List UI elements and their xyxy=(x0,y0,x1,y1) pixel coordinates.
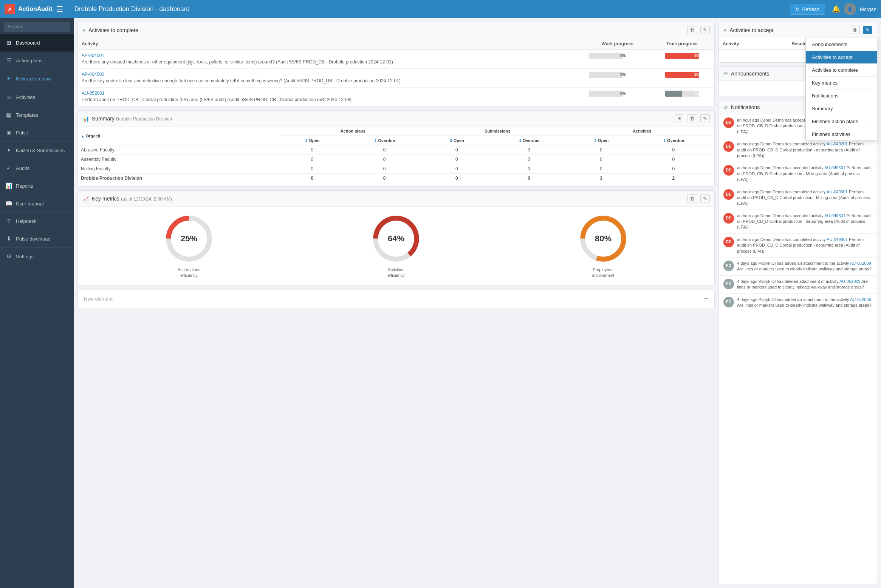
list-item: PO 4 days ago Patryk Ol has added an att… xyxy=(719,258,877,276)
summary-delete-btn[interactable]: 🗑 xyxy=(687,114,697,122)
act-overdue-val: 2 xyxy=(633,174,714,183)
sidebar-item-label: Templates xyxy=(16,112,38,118)
bell-icon[interactable]: 🔔 xyxy=(832,5,840,13)
activity-code-link[interactable]: AP-004501 xyxy=(82,53,581,58)
sidebar-item-new-action-plan[interactable]: + New action plan xyxy=(0,69,74,88)
topbar: A ActionAudit ☰ Drobble Production Divis… xyxy=(0,0,881,18)
work-progress-label: 0% xyxy=(606,91,640,96)
avatar: 👤 xyxy=(844,3,856,15)
notif-link-AU-052009[interactable]: AU-052009 xyxy=(839,279,861,284)
notif-link-AU-052009[interactable]: AU-052009 xyxy=(850,261,871,265)
hamburger-icon[interactable]: ☰ xyxy=(56,5,63,14)
activities-group-header: Activities xyxy=(570,127,715,136)
new-element-card[interactable]: New element + xyxy=(77,290,715,308)
sidebar-item-label: Helpdesk xyxy=(16,218,36,224)
sidebar-item-audits[interactable]: ✓ Audits xyxy=(0,159,74,177)
dropdown-item-activities-to-accept[interactable]: Activities to accept xyxy=(806,51,877,64)
summary-card: 📊 Summary Drobble Production Division ⊞ … xyxy=(77,110,715,187)
notif-avatar: PO xyxy=(723,297,734,307)
time-progress-bar: 50% xyxy=(665,91,699,97)
refresh-button[interactable]: ↻ Refresh xyxy=(790,4,825,15)
sidebar-item-settings[interactable]: ⚙ Settings xyxy=(0,248,74,265)
notif-avatar: DD xyxy=(723,189,734,200)
orgcell-name: Abrasive Faculty xyxy=(78,145,281,155)
activity-code-link[interactable]: AU-052001 xyxy=(82,91,581,96)
chart-action-plans-efficiency: 25% Action plansefficiency xyxy=(164,214,214,278)
dropdown-item-summary[interactable]: Summary xyxy=(806,102,877,115)
table-row: Abrasive Faculty 0 0 0 0 0 0 xyxy=(78,145,714,155)
donut-label-employees-involvement: Employeesinvolvement xyxy=(592,267,615,278)
notif-text: an hour ago Demo Demo has accepted activ… xyxy=(737,165,872,182)
ap-overdue-header: ⇕ Overdue xyxy=(344,136,425,145)
notif-link-AU-049201[interactable]: AU-049201 xyxy=(827,142,848,146)
activity-code-link[interactable]: AP-004502 xyxy=(82,72,581,77)
charts-row: 25% Action plansefficiency 64% Activitie… xyxy=(78,207,714,286)
activities-accept-delete-btn[interactable]: 🗑 xyxy=(850,26,860,34)
notif-avatar: PO xyxy=(723,279,734,289)
activity-desc: Are the key controls clear and definitiv… xyxy=(82,78,401,83)
pulse-icon: ◉ xyxy=(5,129,12,136)
activities-complete-edit-btn[interactable]: ✎ xyxy=(700,26,710,34)
notif-link-AU-049301[interactable]: AU-049301 xyxy=(824,165,845,170)
summary-icon: 📊 xyxy=(82,116,89,122)
sidebar-item-label: User manual xyxy=(16,201,44,207)
ap-open-val: 0 xyxy=(281,174,344,183)
action-plans-group-header: Action plans xyxy=(281,127,425,136)
work-progress-bar: 0% xyxy=(589,53,623,59)
activities-complete-body: Activity Work progress Time progress AP-… xyxy=(78,38,714,106)
activity-cell: AU-052001 Perform audit on PROD_CB - Cor… xyxy=(78,87,585,106)
dropdown-item-key-metrics[interactable]: Key metrics xyxy=(806,77,877,90)
act-overdue-val: 0 xyxy=(633,164,714,174)
time-progress-label: 50% xyxy=(682,91,716,96)
sidebar-item-kaizen[interactable]: ✦ Kaizen & Submissions xyxy=(0,142,74,159)
ap-overdue-val: 0 xyxy=(344,174,425,183)
sidebar-item-action-plans[interactable]: ☰ Action plans xyxy=(0,52,74,69)
notif-avatar: DD xyxy=(723,141,734,152)
main-content: ≡ Activities to complete 🗑 ✎ Activity Wo… xyxy=(74,18,718,588)
summary-edit-btn[interactable]: ✎ xyxy=(700,114,710,122)
act-overdue-header: ⇕ Overdue xyxy=(633,136,714,145)
sidebar-item-pulse-download[interactable]: ⬇ Pulse download xyxy=(0,230,74,248)
sidebar-item-dashboard[interactable]: ⊞ Dashboard xyxy=(0,34,74,52)
activity-cell: AP-004501 Are there any unused machines … xyxy=(78,50,585,69)
notif-text: 4 days ago Patryk Ol has added an attach… xyxy=(737,297,872,309)
notif-link-AU-049801[interactable]: AU-049801 xyxy=(827,237,848,242)
sidebar-item-pulse[interactable]: ◉ Pulse xyxy=(0,124,74,142)
summary-grid-btn[interactable]: ⊞ xyxy=(675,114,684,122)
key-metrics-icon: 📈 xyxy=(82,196,89,202)
time-progress-cell: 100% xyxy=(650,68,714,87)
activities-accept-header: ≡ Activities to accept 🗑 ✎ xyxy=(719,22,877,38)
activities-accept-edit-btn[interactable]: ✎ xyxy=(863,26,872,34)
dropdown-item-announcements[interactable]: Announcements xyxy=(806,38,877,51)
orgcell-name: Assembly Faculty xyxy=(78,155,281,164)
notif-link-AU-049801[interactable]: AU-049801 xyxy=(824,213,845,218)
dropdown-item-activities-to-complete[interactable]: Activities to complete xyxy=(806,64,877,77)
act-open-val: 3 xyxy=(570,174,633,183)
sub-open-val: 0 xyxy=(425,174,488,183)
dropdown-item-notifications[interactable]: Notifications xyxy=(806,90,877,102)
sidebar-item-label: New action plan xyxy=(16,76,51,82)
sidebar-item-label: Reports xyxy=(16,183,33,189)
dropdown-item-finished-action-plans[interactable]: Finished action plans xyxy=(806,115,877,128)
activity-desc: Are there any unused machines or other e… xyxy=(82,59,393,65)
logo-icon: A xyxy=(5,4,15,14)
key-metrics-edit-btn[interactable]: ✎ xyxy=(700,194,710,202)
sidebar-item-user-manual[interactable]: 📖 User manual xyxy=(0,195,74,213)
activities-complete-delete-btn[interactable]: 🗑 xyxy=(687,26,697,34)
chart-employees-involvement: 80% Employeesinvolvement xyxy=(579,214,628,278)
notif-avatar: DD xyxy=(723,237,734,247)
sidebar-item-templates[interactable]: ▦ Templates xyxy=(0,106,74,124)
notif-link-AU-052009[interactable]: AU-052009 xyxy=(850,297,871,302)
act-open-val: 0 xyxy=(570,155,633,164)
sidebar-item-activities[interactable]: ☑ Activities xyxy=(0,88,74,106)
table-row: AP-004501 Are there any unused machines … xyxy=(78,50,714,69)
search-input[interactable] xyxy=(4,22,70,32)
sidebar-item-reports[interactable]: 📊 Reports xyxy=(0,177,74,195)
dropdown-item-finished-activities[interactable]: Finished activities xyxy=(806,128,877,140)
sidebar-item-helpdesk[interactable]: ? Helpdesk xyxy=(0,213,74,230)
key-metrics-delete-btn[interactable]: 🗑 xyxy=(687,194,697,202)
reports-icon: 📊 xyxy=(5,182,12,189)
notif-avatar: PO xyxy=(723,261,734,271)
work-progress-cell: 0% xyxy=(585,87,650,106)
notif-link-AU-049301[interactable]: AU-049301 xyxy=(827,190,848,194)
